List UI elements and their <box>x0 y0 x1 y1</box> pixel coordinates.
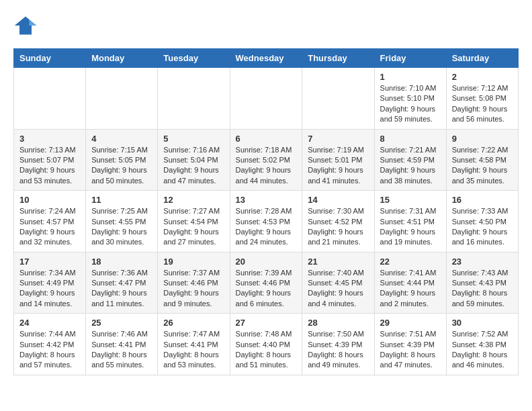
calendar-cell: 14Sunrise: 7:30 AM Sunset: 4:52 PM Dayli… <box>302 191 374 253</box>
day-number: 17 <box>19 257 80 267</box>
day-number: 12 <box>163 195 224 205</box>
day-header-monday: Monday <box>86 49 158 68</box>
day-info: Sunrise: 7:51 AM Sunset: 4:39 PM Dayligh… <box>380 329 441 371</box>
calendar-header-row: SundayMondayTuesdayWednesdayThursdayFrid… <box>14 49 519 68</box>
calendar-cell: 20Sunrise: 7:39 AM Sunset: 4:46 PM Dayli… <box>230 252 302 314</box>
day-number: 22 <box>380 257 441 267</box>
header <box>13 13 519 38</box>
day-info: Sunrise: 7:21 AM Sunset: 4:59 PM Dayligh… <box>380 145 441 187</box>
day-number: 14 <box>308 195 368 205</box>
calendar-cell: 13Sunrise: 7:28 AM Sunset: 4:53 PM Dayli… <box>230 191 302 253</box>
calendar-cell <box>302 68 374 130</box>
day-number: 5 <box>163 134 224 144</box>
day-number: 18 <box>91 257 152 267</box>
calendar-cell: 7Sunrise: 7:19 AM Sunset: 5:01 PM Daylig… <box>302 129 374 191</box>
day-info: Sunrise: 7:36 AM Sunset: 4:47 PM Dayligh… <box>91 268 152 310</box>
day-info: Sunrise: 7:34 AM Sunset: 4:49 PM Dayligh… <box>19 268 80 310</box>
day-info: Sunrise: 7:33 AM Sunset: 4:50 PM Dayligh… <box>452 206 513 248</box>
calendar-cell: 12Sunrise: 7:27 AM Sunset: 4:54 PM Dayli… <box>158 191 230 253</box>
day-number: 26 <box>163 318 224 328</box>
day-info: Sunrise: 7:12 AM Sunset: 5:08 PM Dayligh… <box>452 83 513 125</box>
calendar-cell: 26Sunrise: 7:47 AM Sunset: 4:41 PM Dayli… <box>158 314 230 375</box>
day-number: 30 <box>452 318 513 328</box>
day-number: 24 <box>19 318 80 328</box>
calendar-cell <box>230 68 302 130</box>
calendar-cell: 22Sunrise: 7:41 AM Sunset: 4:44 PM Dayli… <box>374 252 446 314</box>
calendar-week-1: 1Sunrise: 7:10 AM Sunset: 5:10 PM Daylig… <box>14 68 519 130</box>
calendar-cell: 11Sunrise: 7:25 AM Sunset: 4:55 PM Dayli… <box>86 191 158 253</box>
calendar-cell: 16Sunrise: 7:33 AM Sunset: 4:50 PM Dayli… <box>446 191 518 253</box>
calendar-cell: 1Sunrise: 7:10 AM Sunset: 5:10 PM Daylig… <box>374 68 446 130</box>
day-header-thursday: Thursday <box>302 49 374 68</box>
day-number: 27 <box>236 318 297 328</box>
day-number: 15 <box>380 195 441 205</box>
calendar-cell: 6Sunrise: 7:18 AM Sunset: 5:02 PM Daylig… <box>230 129 302 191</box>
logo <box>13 13 40 38</box>
day-header-tuesday: Tuesday <box>158 49 230 68</box>
day-header-wednesday: Wednesday <box>230 49 302 68</box>
day-info: Sunrise: 7:25 AM Sunset: 4:55 PM Dayligh… <box>91 206 152 248</box>
day-number: 6 <box>236 134 297 144</box>
calendar-cell: 8Sunrise: 7:21 AM Sunset: 4:59 PM Daylig… <box>374 129 446 191</box>
calendar-cell: 23Sunrise: 7:43 AM Sunset: 4:43 PM Dayli… <box>446 252 518 314</box>
day-number: 2 <box>452 72 513 82</box>
day-info: Sunrise: 7:18 AM Sunset: 5:02 PM Dayligh… <box>236 145 297 187</box>
calendar-cell: 3Sunrise: 7:13 AM Sunset: 5:07 PM Daylig… <box>14 129 86 191</box>
day-number: 9 <box>452 134 513 144</box>
day-info: Sunrise: 7:13 AM Sunset: 5:07 PM Dayligh… <box>19 145 80 187</box>
calendar-cell: 30Sunrise: 7:52 AM Sunset: 4:38 PM Dayli… <box>446 314 518 375</box>
day-info: Sunrise: 7:31 AM Sunset: 4:51 PM Dayligh… <box>380 206 441 248</box>
calendar-cell: 24Sunrise: 7:44 AM Sunset: 4:42 PM Dayli… <box>14 314 86 375</box>
day-number: 19 <box>163 257 224 267</box>
calendar-cell: 28Sunrise: 7:50 AM Sunset: 4:39 PM Dayli… <box>302 314 374 375</box>
day-info: Sunrise: 7:10 AM Sunset: 5:10 PM Dayligh… <box>380 83 441 125</box>
day-info: Sunrise: 7:37 AM Sunset: 4:46 PM Dayligh… <box>163 268 224 310</box>
calendar-cell <box>86 68 158 130</box>
calendar: SundayMondayTuesdayWednesdayThursdayFrid… <box>13 48 519 375</box>
day-info: Sunrise: 7:30 AM Sunset: 4:52 PM Dayligh… <box>308 206 368 248</box>
day-info: Sunrise: 7:40 AM Sunset: 4:45 PM Dayligh… <box>308 268 368 310</box>
day-number: 21 <box>308 257 368 267</box>
day-number: 28 <box>308 318 368 328</box>
calendar-cell: 15Sunrise: 7:31 AM Sunset: 4:51 PM Dayli… <box>374 191 446 253</box>
day-number: 20 <box>236 257 297 267</box>
calendar-cell: 27Sunrise: 7:48 AM Sunset: 4:40 PM Dayli… <box>230 314 302 375</box>
day-info: Sunrise: 7:22 AM Sunset: 4:58 PM Dayligh… <box>452 145 513 187</box>
calendar-cell <box>14 68 86 130</box>
day-header-friday: Friday <box>374 49 446 68</box>
calendar-cell: 18Sunrise: 7:36 AM Sunset: 4:47 PM Dayli… <box>86 252 158 314</box>
day-info: Sunrise: 7:52 AM Sunset: 4:38 PM Dayligh… <box>452 329 513 371</box>
logo-icon <box>13 13 38 38</box>
day-info: Sunrise: 7:28 AM Sunset: 4:53 PM Dayligh… <box>236 206 297 248</box>
calendar-cell: 29Sunrise: 7:51 AM Sunset: 4:39 PM Dayli… <box>374 314 446 375</box>
calendar-cell: 5Sunrise: 7:16 AM Sunset: 5:04 PM Daylig… <box>158 129 230 191</box>
day-number: 8 <box>380 134 441 144</box>
day-info: Sunrise: 7:41 AM Sunset: 4:44 PM Dayligh… <box>380 268 441 310</box>
calendar-cell: 21Sunrise: 7:40 AM Sunset: 4:45 PM Dayli… <box>302 252 374 314</box>
day-info: Sunrise: 7:47 AM Sunset: 4:41 PM Dayligh… <box>163 329 224 371</box>
day-info: Sunrise: 7:50 AM Sunset: 4:39 PM Dayligh… <box>308 329 368 371</box>
day-number: 25 <box>91 318 152 328</box>
calendar-cell: 10Sunrise: 7:24 AM Sunset: 4:57 PM Dayli… <box>14 191 86 253</box>
calendar-week-3: 10Sunrise: 7:24 AM Sunset: 4:57 PM Dayli… <box>14 191 519 253</box>
day-number: 7 <box>308 134 368 144</box>
day-header-sunday: Sunday <box>14 49 86 68</box>
day-info: Sunrise: 7:44 AM Sunset: 4:42 PM Dayligh… <box>19 329 80 371</box>
day-number: 16 <box>452 195 513 205</box>
calendar-cell: 25Sunrise: 7:46 AM Sunset: 4:41 PM Dayli… <box>86 314 158 375</box>
day-info: Sunrise: 7:27 AM Sunset: 4:54 PM Dayligh… <box>163 206 224 248</box>
calendar-week-2: 3Sunrise: 7:13 AM Sunset: 5:07 PM Daylig… <box>14 129 519 191</box>
day-number: 3 <box>19 134 80 144</box>
day-header-saturday: Saturday <box>446 49 518 68</box>
day-info: Sunrise: 7:16 AM Sunset: 5:04 PM Dayligh… <box>163 145 224 187</box>
calendar-cell: 9Sunrise: 7:22 AM Sunset: 4:58 PM Daylig… <box>446 129 518 191</box>
day-info: Sunrise: 7:46 AM Sunset: 4:41 PM Dayligh… <box>91 329 152 371</box>
day-number: 13 <box>236 195 297 205</box>
calendar-cell: 19Sunrise: 7:37 AM Sunset: 4:46 PM Dayli… <box>158 252 230 314</box>
day-number: 1 <box>380 72 441 82</box>
day-info: Sunrise: 7:48 AM Sunset: 4:40 PM Dayligh… <box>236 329 297 371</box>
day-number: 10 <box>19 195 80 205</box>
day-number: 23 <box>452 257 513 267</box>
day-info: Sunrise: 7:15 AM Sunset: 5:05 PM Dayligh… <box>91 145 152 187</box>
day-number: 29 <box>380 318 441 328</box>
